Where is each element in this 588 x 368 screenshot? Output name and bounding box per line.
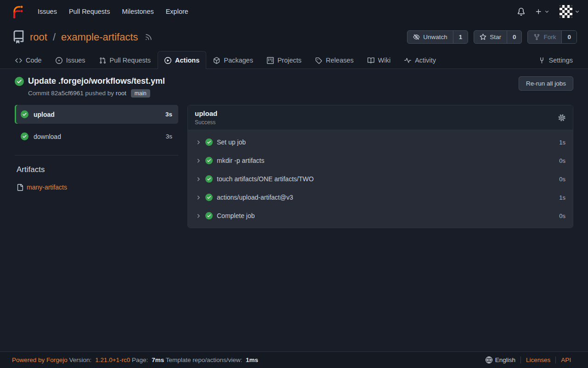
nav-explore[interactable]: Explore (160, 5, 194, 18)
check-circle-icon (21, 132, 28, 140)
check-circle-icon (205, 157, 213, 164)
avatar (560, 5, 572, 18)
language-selector[interactable]: English (481, 356, 520, 363)
check-circle-icon (205, 138, 213, 146)
commit-hash-link[interactable]: 82a5cf6961 (51, 90, 84, 97)
step-row-touch[interactable]: touch artifacts/ONE artifacts/TWO 0s (188, 170, 573, 188)
stars-count[interactable]: 0 (507, 31, 522, 43)
star-icon (480, 34, 486, 40)
step-row-setup[interactable]: Set up job 1s (188, 133, 573, 151)
step-duration: 0s (559, 176, 565, 183)
globe-icon (486, 356, 492, 363)
step-row-mkdir[interactable]: mkdir -p artifacts 0s (188, 151, 573, 170)
star-button[interactable]: Star 0 (474, 30, 522, 44)
eye-slash-icon (413, 34, 420, 40)
tab-releases[interactable]: Releases (308, 51, 360, 69)
forgejo-logo-icon[interactable] (10, 5, 24, 19)
step-row-upload-artifact[interactable]: actions/upload-artifact@v3 1s (188, 188, 573, 207)
wrench-icon (538, 57, 545, 64)
step-row-complete[interactable]: Complete job 0s (188, 207, 573, 225)
tab-actions[interactable]: Actions (158, 51, 206, 69)
tab-activity[interactable]: Activity (397, 51, 443, 69)
repo-title: root / example-artifacts (12, 30, 153, 44)
watchers-count[interactable]: 1 (453, 31, 468, 43)
play-circle-icon (164, 57, 171, 64)
top-navbar: Issues Pull Requests Milestones Explore (0, 0, 588, 23)
repo-separator: / (53, 31, 56, 43)
main-content: Update .forgejo/workflows/test.yml Commi… (0, 69, 588, 351)
chevron-right-icon (195, 195, 201, 201)
check-circle-icon (15, 77, 24, 86)
package-icon (213, 57, 220, 64)
nav-pull-requests[interactable]: Pull Requests (63, 5, 116, 18)
chevron-right-icon (195, 213, 201, 219)
job-name: upload (34, 111, 55, 118)
user-menu[interactable] (560, 5, 580, 18)
chevron-down-icon (575, 9, 580, 14)
branch-badge[interactable]: main (131, 89, 150, 98)
tab-projects[interactable]: Projects (260, 51, 308, 69)
book-icon (368, 57, 374, 64)
api-link[interactable]: API (555, 356, 576, 363)
footer-info: Powered by Forgejo Version: 1.21.0+1-rc0… (12, 356, 258, 363)
forks-count[interactable]: 0 (561, 31, 577, 43)
repo-owner-link[interactable]: root (30, 31, 47, 43)
step-duration: 0s (559, 213, 565, 219)
check-circle-icon (205, 212, 213, 219)
chevron-right-icon (195, 158, 201, 164)
job-item-upload[interactable]: upload 3s (15, 105, 178, 124)
template-time: 1ms (246, 356, 258, 363)
rerun-all-jobs-button[interactable]: Re-run all jobs (519, 76, 573, 91)
page-header: Issues Pull Requests Milestones Explore (0, 0, 588, 69)
tag-icon (315, 57, 322, 64)
powered-by-link[interactable]: Powered by Forgejo (12, 356, 68, 363)
git-fork-icon (533, 34, 540, 40)
check-circle-icon (205, 175, 213, 183)
unwatch-button[interactable]: Unwatch 1 (407, 30, 468, 44)
footer: Powered by Forgejo Version: 1.21.0+1-rc0… (0, 351, 588, 368)
job-options-button[interactable] (558, 114, 566, 122)
job-detail-panel: upload Success Set up job 1s mkdir -p (187, 105, 573, 228)
rss-icon[interactable] (145, 33, 153, 41)
repo-tabs: Code Issues Pull Requests Actions Packag… (0, 51, 588, 69)
tab-packages[interactable]: Packages (206, 51, 260, 69)
gear-icon (558, 114, 566, 122)
pulse-icon (404, 57, 411, 64)
bell-icon (517, 8, 525, 16)
job-status: Success (195, 119, 217, 126)
code-icon (15, 57, 22, 64)
project-icon (267, 57, 274, 64)
licenses-link[interactable]: Licenses (520, 356, 555, 363)
file-icon (17, 184, 23, 191)
commit-line: Commit 82a5cf6961 pushed by root main (28, 89, 165, 98)
notifications-button[interactable] (517, 8, 525, 16)
steps-list: Set up job 1s mkdir -p artifacts 0s touc… (188, 130, 573, 228)
tab-wiki[interactable]: Wiki (361, 51, 397, 69)
step-duration: 1s (559, 194, 565, 201)
check-circle-icon (21, 110, 28, 118)
tab-code[interactable]: Code (8, 51, 49, 69)
fork-button[interactable]: Fork 0 (527, 30, 577, 44)
job-duration: 3s (166, 133, 172, 140)
job-detail-header: upload Success (188, 105, 573, 130)
nav-issues[interactable]: Issues (32, 5, 63, 18)
sidebar-divider (15, 155, 178, 155)
issue-icon (56, 57, 62, 64)
tab-settings[interactable]: Settings (531, 51, 580, 69)
job-item-download[interactable]: download 3s (15, 127, 178, 146)
version-link[interactable]: 1.21.0+1-rc0 (95, 356, 130, 363)
create-new-dropdown[interactable] (535, 8, 549, 15)
nav-milestones[interactable]: Milestones (116, 5, 159, 18)
artifact-link-many-artifacts[interactable]: many-artifacts (17, 184, 178, 191)
tab-pull-requests[interactable]: Pull Requests (92, 51, 158, 69)
pusher-link[interactable]: root (116, 90, 126, 97)
job-name: download (34, 133, 61, 140)
repo-header: root / example-artifacts Unwatch 1 Star … (0, 23, 588, 51)
repo-name-link[interactable]: example-artifacts (61, 31, 138, 43)
tab-issues[interactable]: Issues (49, 51, 92, 69)
run-title: Update .forgejo/workflows/test.yml (15, 76, 165, 86)
step-duration: 0s (559, 157, 565, 164)
plus-icon (535, 8, 542, 15)
job-detail-title: upload (195, 109, 217, 117)
job-duration: 3s (165, 111, 172, 118)
